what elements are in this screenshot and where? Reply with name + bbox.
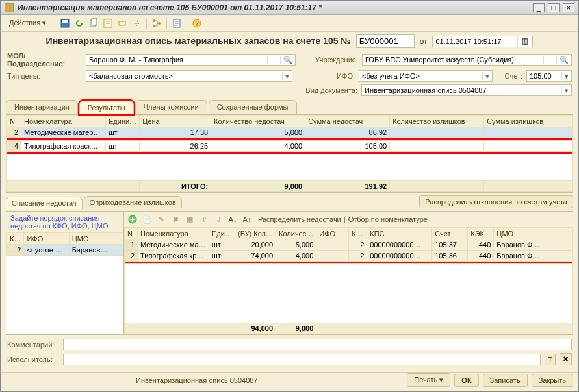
- table-row[interactable]: 4Типографская краск…шт 26,254,000 105,00: [7, 141, 573, 152]
- status-doc: Инвентаризационная опись 0504087: [136, 376, 258, 384]
- tab-inventory[interactable]: Инвентаризация: [6, 100, 78, 114]
- refresh-icon[interactable]: [73, 18, 85, 29]
- itogo-label: ИТОГО:: [140, 181, 211, 192]
- add-icon[interactable]: [127, 214, 138, 225]
- sub-toolbar: 📄 ✎ ✖ ▦ ⇧ ⇩ A↓ A↑ Распределить недостачи…: [124, 212, 573, 227]
- ifo-input[interactable]: [359, 71, 482, 81]
- edit-icon[interactable]: ✎: [155, 214, 167, 225]
- writeoff-grid[interactable]: NНоменклатураЕди… (БУ) Кол…Количес…ИФО К…: [124, 227, 573, 334]
- tipcen-input[interactable]: [86, 71, 282, 81]
- table-row[interactable]: 2Методические матер…шт 17,385,000 86,92: [7, 127, 573, 138]
- delete-icon[interactable]: ✖: [170, 214, 181, 225]
- down-icon[interactable]: ⇩: [212, 214, 224, 225]
- viddoc-input[interactable]: [362, 85, 561, 95]
- mol-select-button[interactable]: …: [267, 56, 280, 64]
- calendar-icon[interactable]: 🗓: [517, 36, 532, 47]
- from-label: от: [420, 37, 428, 46]
- main-tabs: Инвентаризация Результаты Члены комиссии…: [1, 100, 578, 114]
- maximize-button[interactable]: □: [548, 3, 560, 12]
- exec-input[interactable]: [64, 354, 540, 365]
- comment-input[interactable]: [64, 339, 571, 350]
- col-qi[interactable]: Количество излишков: [390, 116, 484, 127]
- page-title: Инвентаризационная опись материальных за…: [46, 36, 351, 46]
- minimize-button[interactable]: _: [533, 3, 545, 12]
- svg-text:?: ?: [195, 20, 199, 27]
- up-icon[interactable]: ⇧: [198, 214, 210, 225]
- svg-point-7: [153, 25, 155, 27]
- uch-label: Учреждение:: [300, 56, 358, 64]
- svg-point-6: [153, 19, 155, 22]
- results-grid[interactable]: N Номенклатура Едини… Цена Количество не…: [6, 114, 573, 193]
- uch-input[interactable]: [363, 55, 543, 65]
- comment-label: Комментарий:: [7, 341, 59, 349]
- col-ed[interactable]: Едини…: [106, 116, 140, 127]
- itogo-sn: 191,92: [305, 181, 390, 192]
- uch-select-button[interactable]: …: [543, 56, 556, 64]
- col-sn[interactable]: Сумма недостач: [305, 116, 390, 127]
- link-icon[interactable]: [116, 18, 128, 29]
- ifo-dropdown-icon[interactable]: ▾: [482, 72, 492, 80]
- col-si[interactable]: Сумма излишков: [484, 116, 573, 127]
- order-grid[interactable]: К…ИФОЦМО 2<пустое …Баранов…: [6, 232, 123, 256]
- exec-label: Исполнитель:: [7, 356, 59, 363]
- filter-button[interactable]: Отбор по номенклатуре: [348, 215, 428, 223]
- order-hint: Задайте порядок списания недостач по КФО…: [6, 212, 123, 232]
- doc-date-input[interactable]: [433, 36, 517, 47]
- ifo-label: ИФО:: [296, 72, 355, 80]
- sort-desc-icon[interactable]: A↑: [241, 214, 253, 225]
- copy-icon[interactable]: [88, 18, 99, 29]
- app-icon: [5, 3, 14, 12]
- close-button[interactable]: Закрыть: [532, 374, 573, 387]
- schet-input[interactable]: [527, 71, 561, 81]
- itogo-qn: 9,000: [211, 181, 305, 192]
- save-button[interactable]: Записать: [483, 374, 528, 387]
- status-bar: Инвентаризационная опись 0504087 Печать …: [1, 372, 578, 387]
- exec-x-button[interactable]: ✖: [560, 353, 572, 365]
- schet-label: Счет:: [496, 72, 522, 80]
- viddoc-label: Вид документа:: [299, 86, 357, 94]
- distribute-shortages-button[interactable]: Распределить недостачи: [258, 215, 341, 223]
- table-row[interactable]: 1Методические ма…шт 20,0005,000 2 000000…: [125, 239, 573, 251]
- mol-input[interactable]: [86, 55, 267, 65]
- mol-label: МОЛ/Подразделение:: [7, 52, 82, 67]
- tab-results[interactable]: Результаты: [79, 101, 134, 114]
- save-icon[interactable]: [59, 18, 71, 29]
- help-icon[interactable]: ?: [191, 18, 203, 29]
- main-toolbar: Действия ▾ ?: [1, 15, 578, 32]
- tab-savedforms[interactable]: Сохраненные формы: [209, 100, 297, 114]
- viddoc-dropdown-icon[interactable]: ▾: [561, 86, 571, 95]
- uch-open-button[interactable]: 🔍: [556, 56, 571, 64]
- sub-tabs: Списание недостач Оприходование излишков: [6, 196, 183, 208]
- print-button[interactable]: Печать ▾: [407, 373, 450, 387]
- col-qn[interactable]: Количество недостач: [211, 116, 305, 127]
- close-button[interactable]: ×: [563, 3, 574, 12]
- doc-number-input[interactable]: [356, 34, 415, 48]
- tree-icon[interactable]: [151, 18, 162, 29]
- actions-menu[interactable]: Действия ▾: [5, 17, 51, 29]
- svg-rect-5: [119, 21, 125, 25]
- col-n[interactable]: N: [7, 116, 21, 127]
- distribute-accounts-button[interactable]: Распределить отклонения по счетам учета: [419, 195, 573, 208]
- titlebar: Инвентаризация материалов на счете 105 Б…: [1, 1, 578, 15]
- sort-asc-icon[interactable]: A↓: [227, 214, 238, 225]
- grid-icon[interactable]: ▦: [184, 214, 196, 225]
- tipcen-dropdown-icon[interactable]: ▾: [282, 72, 292, 80]
- copy-row-icon[interactable]: 📄: [141, 214, 153, 225]
- reverse-icon[interactable]: [131, 18, 142, 29]
- tipcen-label: Тип цены:: [7, 72, 82, 80]
- basedon-icon[interactable]: [102, 18, 114, 29]
- exec-t-button[interactable]: T: [545, 354, 556, 365]
- svg-rect-1: [62, 20, 68, 23]
- properties-icon[interactable]: [171, 18, 183, 29]
- tab-commission[interactable]: Члены комиссии: [135, 100, 207, 114]
- col-price[interactable]: Цена: [140, 116, 211, 127]
- col-nom[interactable]: Номенклатура: [21, 116, 106, 127]
- schet-dropdown-icon[interactable]: ▾: [561, 72, 571, 80]
- tab-writeoff[interactable]: Списание недостач: [6, 197, 83, 209]
- tab-surplus[interactable]: Оприходование излишков: [84, 196, 182, 208]
- window-title: Инвентаризация материалов на счете 105 Б…: [18, 3, 532, 12]
- ok-button[interactable]: ОК: [454, 374, 478, 387]
- mol-open-button[interactable]: 🔍: [280, 56, 295, 64]
- svg-rect-3: [92, 19, 97, 25]
- table-row[interactable]: 2Типографская кр…шт 74,0004,000 2 000000…: [125, 251, 573, 262]
